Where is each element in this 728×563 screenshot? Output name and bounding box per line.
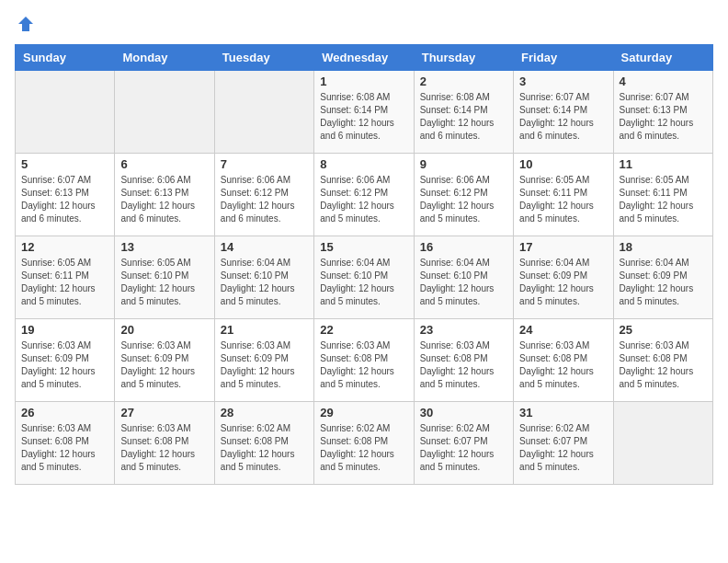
weekday-header-saturday: Saturday: [613, 45, 712, 71]
calendar-cell: 7Sunrise: 6:06 AMSunset: 6:12 PMDaylight…: [214, 154, 313, 236]
day-info: Sunrise: 6:06 AMSunset: 6:12 PMDaylight:…: [221, 174, 308, 225]
calendar-cell: [115, 71, 214, 154]
weekday-header-wednesday: Wednesday: [314, 45, 414, 71]
day-info: Sunrise: 6:03 AMSunset: 6:09 PMDaylight:…: [120, 339, 208, 391]
day-info: Sunrise: 6:07 AMSunset: 6:13 PMDaylight:…: [21, 174, 108, 225]
day-number: 26: [21, 406, 108, 419]
weekday-header-tuesday: Tuesday: [214, 45, 313, 71]
weekday-header-row: SundayMondayTuesdayWednesdayThursdayFrid…: [16, 45, 713, 71]
day-info: Sunrise: 6:06 AMSunset: 6:12 PMDaylight:…: [320, 174, 407, 225]
calendar-cell: 28Sunrise: 6:02 AMSunset: 6:08 PMDayligh…: [214, 402, 313, 485]
calendar-cell: 1Sunrise: 6:08 AMSunset: 6:14 PMDaylight…: [314, 71, 414, 154]
day-info: Sunrise: 6:03 AMSunset: 6:08 PMDaylight:…: [620, 339, 707, 391]
day-info: Sunrise: 6:05 AMSunset: 6:11 PMDaylight:…: [620, 174, 707, 225]
calendar-cell: 12Sunrise: 6:05 AMSunset: 6:11 PMDayligh…: [16, 236, 115, 319]
day-number: 6: [120, 157, 208, 171]
calendar-cell: 15Sunrise: 6:04 AMSunset: 6:10 PMDayligh…: [314, 236, 414, 319]
calendar-cell: [214, 71, 313, 154]
calendar-week-row: 26Sunrise: 6:03 AMSunset: 6:08 PMDayligh…: [16, 402, 713, 485]
calendar-cell: 23Sunrise: 6:03 AMSunset: 6:08 PMDayligh…: [414, 319, 513, 402]
day-number: 7: [221, 157, 308, 171]
calendar-cell: 18Sunrise: 6:04 AMSunset: 6:09 PMDayligh…: [613, 236, 712, 319]
calendar-cell: [613, 402, 712, 485]
calendar-cell: 20Sunrise: 6:03 AMSunset: 6:09 PMDayligh…: [115, 319, 214, 402]
day-info: Sunrise: 6:02 AMSunset: 6:07 PMDaylight:…: [420, 422, 507, 474]
day-number: 4: [620, 75, 707, 88]
day-number: 24: [519, 323, 607, 337]
calendar-cell: 19Sunrise: 6:03 AMSunset: 6:09 PMDayligh…: [16, 319, 115, 402]
day-info: Sunrise: 6:06 AMSunset: 6:13 PMDaylight:…: [120, 174, 208, 225]
calendar-cell: 13Sunrise: 6:05 AMSunset: 6:10 PMDayligh…: [115, 236, 214, 319]
day-info: Sunrise: 6:07 AMSunset: 6:14 PMDaylight:…: [519, 91, 607, 143]
day-number: 5: [21, 157, 108, 171]
day-number: 20: [120, 323, 208, 337]
day-info: Sunrise: 6:05 AMSunset: 6:10 PMDaylight:…: [120, 257, 208, 308]
page-header: [15, 15, 713, 33]
day-info: Sunrise: 6:05 AMSunset: 6:11 PMDaylight:…: [21, 257, 108, 308]
day-info: Sunrise: 6:03 AMSunset: 6:09 PMDaylight:…: [21, 339, 108, 391]
day-number: 10: [519, 157, 607, 171]
day-info: Sunrise: 6:04 AMSunset: 6:09 PMDaylight:…: [519, 257, 607, 308]
day-number: 3: [519, 75, 607, 88]
day-number: 11: [620, 157, 707, 171]
weekday-header-friday: Friday: [514, 45, 613, 71]
day-number: 23: [420, 323, 507, 337]
calendar-cell: 29Sunrise: 6:02 AMSunset: 6:08 PMDayligh…: [314, 402, 414, 485]
day-number: 29: [320, 406, 407, 419]
calendar-week-row: 12Sunrise: 6:05 AMSunset: 6:11 PMDayligh…: [16, 236, 713, 319]
day-number: 17: [519, 240, 607, 254]
day-number: 22: [320, 323, 407, 337]
calendar-cell: [16, 71, 115, 154]
calendar-cell: 27Sunrise: 6:03 AMSunset: 6:08 PMDayligh…: [115, 402, 214, 485]
calendar-week-row: 5Sunrise: 6:07 AMSunset: 6:13 PMDaylight…: [16, 154, 713, 236]
day-info: Sunrise: 6:03 AMSunset: 6:08 PMDaylight:…: [21, 422, 108, 474]
day-info: Sunrise: 6:03 AMSunset: 6:08 PMDaylight:…: [519, 339, 607, 391]
day-number: 21: [221, 323, 308, 337]
day-number: 18: [620, 240, 707, 254]
day-number: 9: [420, 157, 507, 171]
calendar-cell: 26Sunrise: 6:03 AMSunset: 6:08 PMDayligh…: [16, 402, 115, 485]
calendar-cell: 6Sunrise: 6:06 AMSunset: 6:13 PMDaylight…: [115, 154, 214, 236]
calendar-cell: 17Sunrise: 6:04 AMSunset: 6:09 PMDayligh…: [514, 236, 613, 319]
day-number: 15: [320, 240, 407, 254]
calendar-cell: 24Sunrise: 6:03 AMSunset: 6:08 PMDayligh…: [514, 319, 613, 402]
calendar-cell: 16Sunrise: 6:04 AMSunset: 6:10 PMDayligh…: [414, 236, 513, 319]
calendar-week-row: 1Sunrise: 6:08 AMSunset: 6:14 PMDaylight…: [16, 71, 713, 154]
calendar-cell: 4Sunrise: 6:07 AMSunset: 6:13 PMDaylight…: [613, 71, 712, 154]
day-info: Sunrise: 6:04 AMSunset: 6:10 PMDaylight:…: [320, 257, 407, 308]
calendar-week-row: 19Sunrise: 6:03 AMSunset: 6:09 PMDayligh…: [16, 319, 713, 402]
day-number: 1: [320, 75, 407, 88]
weekday-header-monday: Monday: [115, 45, 214, 71]
day-info: Sunrise: 6:02 AMSunset: 6:07 PMDaylight:…: [519, 422, 607, 474]
weekday-header-thursday: Thursday: [414, 45, 513, 71]
calendar-cell: 30Sunrise: 6:02 AMSunset: 6:07 PMDayligh…: [414, 402, 513, 485]
day-info: Sunrise: 6:04 AMSunset: 6:10 PMDaylight:…: [221, 257, 308, 308]
day-number: 2: [420, 75, 507, 88]
day-info: Sunrise: 6:03 AMSunset: 6:08 PMDaylight:…: [320, 339, 407, 391]
logo: [15, 15, 35, 33]
day-info: Sunrise: 6:03 AMSunset: 6:08 PMDaylight:…: [120, 422, 208, 474]
day-number: 14: [221, 240, 308, 254]
day-info: Sunrise: 6:08 AMSunset: 6:14 PMDaylight:…: [420, 91, 507, 143]
day-info: Sunrise: 6:04 AMSunset: 6:09 PMDaylight:…: [620, 257, 707, 308]
calendar-cell: 11Sunrise: 6:05 AMSunset: 6:11 PMDayligh…: [613, 154, 712, 236]
calendar-cell: 14Sunrise: 6:04 AMSunset: 6:10 PMDayligh…: [214, 236, 313, 319]
weekday-header-sunday: Sunday: [16, 45, 115, 71]
svg-marker-0: [18, 17, 33, 31]
calendar-cell: 31Sunrise: 6:02 AMSunset: 6:07 PMDayligh…: [514, 402, 613, 485]
day-number: 12: [21, 240, 108, 254]
day-number: 31: [519, 406, 607, 419]
day-number: 16: [420, 240, 507, 254]
day-info: Sunrise: 6:02 AMSunset: 6:08 PMDaylight:…: [320, 422, 407, 474]
day-number: 13: [120, 240, 208, 254]
calendar-table: SundayMondayTuesdayWednesdayThursdayFrid…: [15, 44, 713, 485]
day-info: Sunrise: 6:03 AMSunset: 6:08 PMDaylight:…: [420, 339, 507, 391]
day-number: 25: [620, 323, 707, 337]
logo-icon: [17, 15, 35, 33]
day-info: Sunrise: 6:04 AMSunset: 6:10 PMDaylight:…: [420, 257, 507, 308]
calendar-cell: 10Sunrise: 6:05 AMSunset: 6:11 PMDayligh…: [514, 154, 613, 236]
day-info: Sunrise: 6:05 AMSunset: 6:11 PMDaylight:…: [519, 174, 607, 225]
calendar-cell: 22Sunrise: 6:03 AMSunset: 6:08 PMDayligh…: [314, 319, 414, 402]
calendar-cell: 9Sunrise: 6:06 AMSunset: 6:12 PMDaylight…: [414, 154, 513, 236]
day-number: 8: [320, 157, 407, 171]
